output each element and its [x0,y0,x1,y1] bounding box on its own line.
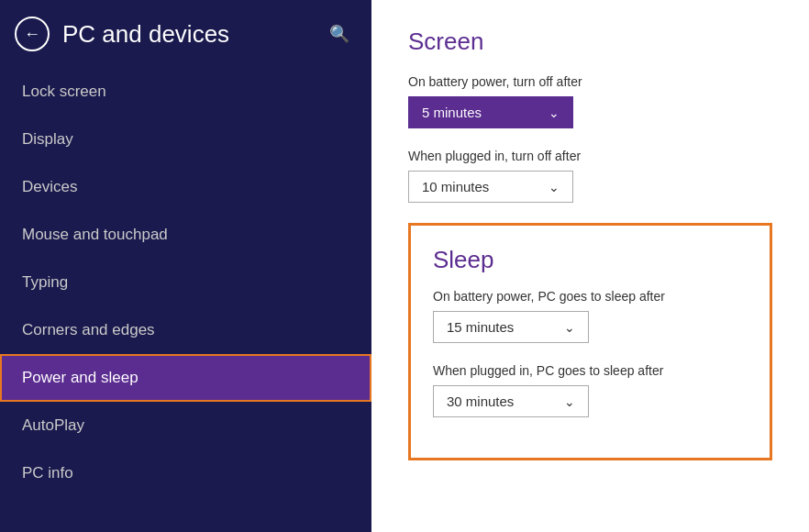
sidebar-item-label: Corners and edges [22,321,155,338]
screen-battery-dropdown[interactable]: 5 minutes ⌄ [408,96,573,128]
main-content: Screen On battery power, turn off after … [371,0,809,532]
screen-plugged-value: 10 minutes [422,179,489,194]
sidebar-item-label: Lock screen [22,83,106,100]
back-button[interactable]: ← [15,17,50,51]
sleep-plugged-value: 30 minutes [447,393,514,409]
sidebar-item-display[interactable]: Display [0,116,371,163]
sidebar-item-devices[interactable]: Devices [0,163,371,211]
sidebar-item-label: Display [22,130,73,148]
sidebar-header: ← PC and devices 🔍 [0,0,371,68]
sleep-plugged-dropdown[interactable]: 30 minutes ⌄ [433,385,589,417]
back-icon: ← [24,25,40,44]
chevron-down-icon: ⌄ [549,105,560,120]
sidebar-item-label: Typing [22,273,68,291]
chevron-down-icon: ⌄ [564,320,575,335]
sidebar-item-pc-info[interactable]: PC info [0,449,371,497]
screen-battery-label: On battery power, turn off after [408,74,772,89]
screen-battery-value: 5 minutes [422,105,482,120]
sidebar-item-lock-screen[interactable]: Lock screen [0,68,371,116]
sleep-battery-label: On battery power, PC goes to sleep after [433,289,748,304]
sleep-section-title: Sleep [433,246,748,274]
sidebar: ← PC and devices 🔍 Lock screen Display D… [0,0,371,532]
search-icon: 🔍 [329,25,349,43]
sleep-battery-dropdown[interactable]: 15 minutes ⌄ [433,311,589,343]
sidebar-item-label: Devices [22,178,77,195]
sidebar-item-mouse-touchpad[interactable]: Mouse and touchpad [0,211,371,259]
screen-plugged-label: When plugged in, turn off after [408,149,772,163]
sidebar-item-typing[interactable]: Typing [0,259,371,306]
sleep-plugged-label: When plugged in, PC goes to sleep after [433,363,748,378]
sidebar-item-label: Power and sleep [22,369,139,386]
sidebar-item-label: Mouse and touchpad [22,226,168,243]
search-button[interactable]: 🔍 [326,20,353,48]
sidebar-item-power-sleep[interactable]: Power and sleep [0,354,371,402]
sidebar-item-autoplay[interactable]: AutoPlay [0,402,371,449]
chevron-down-icon: ⌄ [564,394,575,409]
screen-plugged-dropdown[interactable]: 10 minutes ⌄ [408,171,573,203]
sleep-battery-value: 15 minutes [447,319,514,335]
screen-section-title: Screen [408,28,772,56]
sidebar-item-label: PC info [22,464,73,482]
sidebar-title: PC and devices [62,20,313,49]
chevron-down-icon: ⌄ [549,180,560,194]
sleep-section: Sleep On battery power, PC goes to sleep… [408,223,772,460]
sidebar-item-corners-edges[interactable]: Corners and edges [0,306,371,354]
sidebar-item-label: AutoPlay [22,416,84,434]
